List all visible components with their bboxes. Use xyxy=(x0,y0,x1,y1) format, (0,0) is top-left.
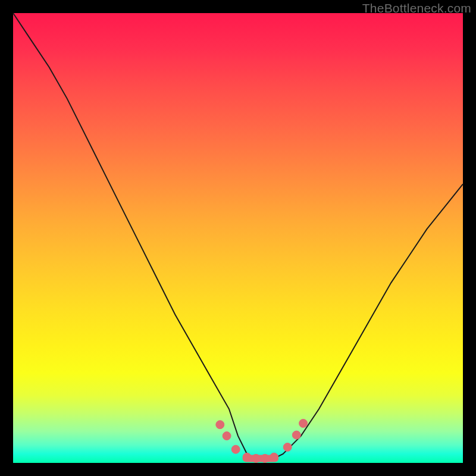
data-marker xyxy=(292,431,300,439)
curve-markers xyxy=(216,419,308,463)
data-marker xyxy=(216,421,224,429)
data-marker xyxy=(270,453,278,461)
data-marker xyxy=(261,454,269,462)
bottleneck-curve xyxy=(13,13,463,458)
chart-frame: TheBottleneck.com xyxy=(0,0,476,476)
plot-area xyxy=(13,13,463,463)
curve-line xyxy=(13,13,463,458)
chart-svg xyxy=(13,13,463,463)
data-marker xyxy=(252,454,260,462)
data-marker xyxy=(243,453,251,461)
watermark-text: TheBottleneck.com xyxy=(362,1,471,15)
data-marker xyxy=(231,445,240,453)
data-marker xyxy=(283,443,292,452)
data-marker xyxy=(223,432,231,440)
data-marker xyxy=(299,419,308,428)
